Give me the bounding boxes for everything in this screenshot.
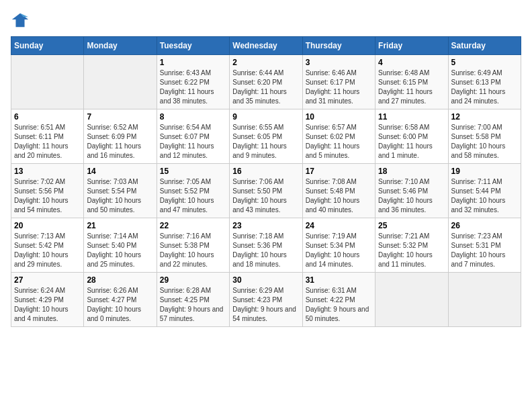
day-number: 17 bbox=[306, 167, 372, 176]
day-info: Sunrise: 7:23 AMSunset: 5:31 PMDaylight:… bbox=[451, 232, 518, 269]
calendar-cell bbox=[11, 55, 84, 109]
day-info: Sunrise: 6:46 AMSunset: 6:17 PMDaylight:… bbox=[306, 68, 372, 106]
day-info: Sunrise: 7:11 AMSunset: 5:44 PMDaylight:… bbox=[451, 177, 518, 215]
day-info: Sunrise: 6:26 AMSunset: 4:27 PMDaylight:… bbox=[87, 286, 153, 324]
day-info: Sunrise: 6:24 AMSunset: 4:29 PMDaylight:… bbox=[14, 286, 81, 324]
day-info: Sunrise: 6:49 AMSunset: 6:13 PMDaylight:… bbox=[451, 68, 518, 106]
calendar-cell: 3Sunrise: 6:46 AMSunset: 6:17 PMDaylight… bbox=[302, 55, 375, 109]
day-number: 23 bbox=[232, 221, 299, 230]
day-number: 14 bbox=[87, 167, 153, 176]
calendar-cell: 6Sunrise: 6:51 AMSunset: 6:11 PMDaylight… bbox=[11, 109, 84, 164]
calendar-cell: 15Sunrise: 7:05 AMSunset: 5:52 PMDayligh… bbox=[157, 164, 229, 218]
day-number: 3 bbox=[306, 58, 372, 67]
day-number: 27 bbox=[14, 275, 81, 285]
calendar-cell: 25Sunrise: 7:21 AMSunset: 5:32 PMDayligh… bbox=[375, 218, 448, 273]
day-info: Sunrise: 6:51 AMSunset: 6:11 PMDaylight:… bbox=[14, 123, 81, 161]
calendar-cell bbox=[84, 55, 157, 109]
calendar-cell: 17Sunrise: 7:08 AMSunset: 5:48 PMDayligh… bbox=[302, 164, 375, 218]
calendar-table: SundayMondayTuesdayWednesdayThursdayFrid… bbox=[11, 36, 521, 327]
day-number: 13 bbox=[14, 167, 81, 176]
day-number: 2 bbox=[232, 58, 299, 67]
day-number: 7 bbox=[87, 112, 153, 122]
week-row-5: 27Sunrise: 6:24 AMSunset: 4:29 PMDayligh… bbox=[11, 273, 521, 327]
day-info: Sunrise: 6:44 AMSunset: 6:20 PMDaylight:… bbox=[232, 68, 299, 106]
calendar-cell: 9Sunrise: 6:55 AMSunset: 6:05 PMDaylight… bbox=[230, 109, 302, 164]
calendar-cell: 31Sunrise: 6:31 AMSunset: 4:22 PMDayligh… bbox=[302, 273, 375, 327]
day-number: 18 bbox=[378, 167, 445, 176]
day-number: 6 bbox=[14, 112, 81, 122]
calendar-cell: 13Sunrise: 7:02 AMSunset: 5:56 PMDayligh… bbox=[11, 164, 84, 218]
day-number: 29 bbox=[160, 275, 226, 285]
day-number: 5 bbox=[451, 58, 518, 67]
calendar-cell: 30Sunrise: 6:29 AMSunset: 4:23 PMDayligh… bbox=[230, 273, 302, 327]
day-info: Sunrise: 7:06 AMSunset: 5:50 PMDaylight:… bbox=[232, 177, 299, 215]
day-info: Sunrise: 6:48 AMSunset: 6:15 PMDaylight:… bbox=[378, 68, 445, 106]
day-number: 24 bbox=[306, 221, 372, 230]
day-number: 31 bbox=[306, 275, 372, 285]
day-number: 20 bbox=[14, 221, 81, 230]
calendar-cell bbox=[448, 273, 521, 327]
calendar-cell: 7Sunrise: 6:52 AMSunset: 6:09 PMDaylight… bbox=[84, 109, 157, 164]
day-info: Sunrise: 6:28 AMSunset: 4:25 PMDaylight:… bbox=[160, 286, 226, 324]
day-header-wednesday: Wednesday bbox=[230, 37, 302, 55]
day-info: Sunrise: 6:43 AMSunset: 6:22 PMDaylight:… bbox=[160, 68, 226, 106]
calendar-cell: 29Sunrise: 6:28 AMSunset: 4:25 PMDayligh… bbox=[157, 273, 229, 327]
calendar-cell: 23Sunrise: 7:18 AMSunset: 5:36 PMDayligh… bbox=[230, 218, 302, 273]
day-info: Sunrise: 7:10 AMSunset: 5:46 PMDaylight:… bbox=[378, 177, 445, 215]
calendar-cell: 11Sunrise: 6:58 AMSunset: 6:00 PMDayligh… bbox=[375, 109, 448, 164]
logo-icon bbox=[11, 11, 30, 30]
calendar-cell: 21Sunrise: 7:14 AMSunset: 5:40 PMDayligh… bbox=[84, 218, 157, 273]
day-info: Sunrise: 6:29 AMSunset: 4:23 PMDaylight:… bbox=[232, 286, 299, 324]
day-number: 12 bbox=[451, 112, 518, 122]
day-info: Sunrise: 6:54 AMSunset: 6:07 PMDaylight:… bbox=[160, 123, 226, 161]
calendar-cell: 4Sunrise: 6:48 AMSunset: 6:15 PMDaylight… bbox=[375, 55, 448, 109]
day-number: 1 bbox=[160, 58, 226, 67]
calendar-cell: 5Sunrise: 6:49 AMSunset: 6:13 PMDaylight… bbox=[448, 55, 521, 109]
day-info: Sunrise: 7:05 AMSunset: 5:52 PMDaylight:… bbox=[160, 177, 226, 215]
day-header-saturday: Saturday bbox=[448, 37, 521, 55]
day-info: Sunrise: 7:13 AMSunset: 5:42 PMDaylight:… bbox=[14, 232, 81, 269]
calendar-cell: 27Sunrise: 6:24 AMSunset: 4:29 PMDayligh… bbox=[11, 273, 84, 327]
calendar-cell: 19Sunrise: 7:11 AMSunset: 5:44 PMDayligh… bbox=[448, 164, 521, 218]
calendar-cell: 24Sunrise: 7:19 AMSunset: 5:34 PMDayligh… bbox=[302, 218, 375, 273]
day-number: 9 bbox=[232, 112, 299, 122]
day-number: 26 bbox=[451, 221, 518, 230]
calendar-cell bbox=[375, 273, 448, 327]
day-info: Sunrise: 6:31 AMSunset: 4:22 PMDaylight:… bbox=[306, 286, 372, 324]
day-number: 22 bbox=[160, 221, 226, 230]
day-number: 4 bbox=[378, 58, 445, 67]
svg-marker-0 bbox=[12, 13, 28, 28]
day-header-tuesday: Tuesday bbox=[157, 37, 229, 55]
day-number: 19 bbox=[451, 167, 518, 176]
day-info: Sunrise: 7:03 AMSunset: 5:54 PMDaylight:… bbox=[87, 177, 153, 215]
calendar-header-row: SundayMondayTuesdayWednesdayThursdayFrid… bbox=[11, 37, 521, 55]
page-header bbox=[11, 11, 521, 30]
day-info: Sunrise: 6:55 AMSunset: 6:05 PMDaylight:… bbox=[232, 123, 299, 161]
calendar-cell: 22Sunrise: 7:16 AMSunset: 5:38 PMDayligh… bbox=[157, 218, 229, 273]
day-number: 11 bbox=[378, 112, 445, 122]
calendar-cell: 16Sunrise: 7:06 AMSunset: 5:50 PMDayligh… bbox=[230, 164, 302, 218]
calendar-cell: 1Sunrise: 6:43 AMSunset: 6:22 PMDaylight… bbox=[157, 55, 229, 109]
calendar-cell: 12Sunrise: 7:00 AMSunset: 5:58 PMDayligh… bbox=[448, 109, 521, 164]
calendar-cell: 28Sunrise: 6:26 AMSunset: 4:27 PMDayligh… bbox=[84, 273, 157, 327]
logo bbox=[11, 11, 32, 30]
day-number: 10 bbox=[306, 112, 372, 122]
calendar-cell: 20Sunrise: 7:13 AMSunset: 5:42 PMDayligh… bbox=[11, 218, 84, 273]
day-number: 21 bbox=[87, 221, 153, 230]
day-info: Sunrise: 7:21 AMSunset: 5:32 PMDaylight:… bbox=[378, 232, 445, 269]
week-row-4: 20Sunrise: 7:13 AMSunset: 5:42 PMDayligh… bbox=[11, 218, 521, 273]
calendar-cell: 2Sunrise: 6:44 AMSunset: 6:20 PMDaylight… bbox=[230, 55, 302, 109]
day-number: 28 bbox=[87, 275, 153, 285]
day-header-sunday: Sunday bbox=[11, 37, 84, 55]
day-info: Sunrise: 6:58 AMSunset: 6:00 PMDaylight:… bbox=[378, 123, 445, 161]
day-info: Sunrise: 7:02 AMSunset: 5:56 PMDaylight:… bbox=[14, 177, 81, 215]
calendar-cell: 18Sunrise: 7:10 AMSunset: 5:46 PMDayligh… bbox=[375, 164, 448, 218]
week-row-2: 6Sunrise: 6:51 AMSunset: 6:11 PMDaylight… bbox=[11, 109, 521, 164]
day-info: Sunrise: 7:19 AMSunset: 5:34 PMDaylight:… bbox=[306, 232, 372, 269]
day-info: Sunrise: 6:57 AMSunset: 6:02 PMDaylight:… bbox=[306, 123, 372, 161]
calendar-cell: 14Sunrise: 7:03 AMSunset: 5:54 PMDayligh… bbox=[84, 164, 157, 218]
day-info: Sunrise: 6:52 AMSunset: 6:09 PMDaylight:… bbox=[87, 123, 153, 161]
day-info: Sunrise: 7:16 AMSunset: 5:38 PMDaylight:… bbox=[160, 232, 226, 269]
day-number: 25 bbox=[378, 221, 445, 230]
calendar-cell: 26Sunrise: 7:23 AMSunset: 5:31 PMDayligh… bbox=[448, 218, 521, 273]
